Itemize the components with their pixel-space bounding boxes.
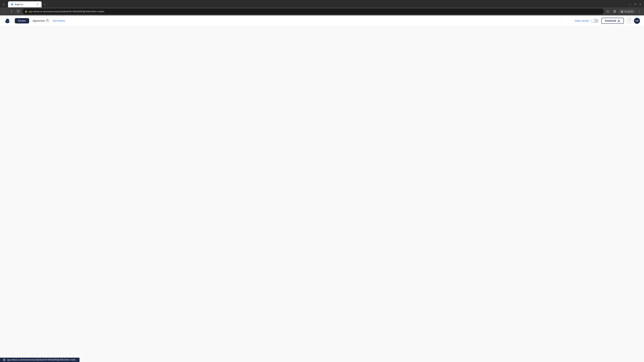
help-button[interactable]: ? [626, 18, 632, 24]
window-controls: — ❐ ✕ [627, 2, 643, 7]
lock-icon: 🔒 [25, 10, 27, 12]
url-text: app.robinai.co.uk/review/contract/Q29udH… [29, 10, 601, 13]
address-bar: 🔒 app.robinai.co.uk/review/contract/Q29u… [0, 7, 644, 15]
svg-point-12 [9, 19, 9, 19]
copy-icon[interactable] [46, 19, 49, 22]
app-header: Review Agreement See History Clean Versi… [0, 15, 644, 26]
svg-rect-1 [615, 10, 616, 11]
tab-bar: Robin AI ✕ + — ❐ ✕ [0, 0, 644, 7]
new-tab-button[interactable]: + [42, 2, 47, 7]
back-button[interactable] [2, 9, 8, 14]
toggle-thumb [592, 19, 595, 22]
toolbar-right: Incognito [605, 9, 642, 14]
svg-rect-0 [614, 10, 614, 11]
refresh-button[interactable] [16, 9, 21, 14]
status-url: app.robinai.co.uk/review/contract/Q29udH… [7, 359, 77, 361]
clean-version-toggle[interactable] [591, 19, 598, 23]
svg-point-10 [8, 19, 10, 20]
status-icon [3, 358, 6, 361]
main-content [0, 26, 644, 362]
avatar-button[interactable]: LD [634, 18, 640, 24]
clean-version-group: Clean Version [574, 19, 598, 23]
avatar-initials: LD [636, 19, 638, 22]
incognito-badge: Incognito [619, 9, 635, 13]
browser-chrome: Robin AI ✕ + — ❐ ✕ 🔒 [0, 0, 644, 15]
download-icon [618, 19, 620, 22]
minimize-button[interactable]: — [627, 2, 632, 7]
svg-point-5 [639, 10, 640, 11]
maximize-button[interactable]: ❐ [632, 2, 637, 7]
svg-rect-2 [614, 11, 614, 12]
app-container: Review Agreement See History Clean Versi… [0, 15, 644, 362]
incognito-label: Incognito [624, 10, 633, 13]
clean-version-label: Clean Version [574, 19, 589, 22]
review-button[interactable]: Review [15, 18, 29, 23]
tab-favicon [11, 3, 14, 6]
forward-button[interactable] [9, 9, 14, 14]
document-name-text: Agreement [32, 19, 45, 22]
logo [4, 17, 11, 24]
robin-logo [4, 17, 11, 24]
tab-title: Robin AI [15, 3, 34, 6]
bookmark-button[interactable] [605, 9, 611, 14]
svg-point-6 [639, 11, 640, 12]
tab-close-button[interactable]: ✕ [36, 3, 39, 6]
help-icon: ? [629, 19, 630, 22]
svg-point-7 [639, 12, 640, 12]
status-bar: app.robinai.co.uk/review/contract/Q29udH… [0, 358, 80, 362]
active-tab[interactable]: Robin AI ✕ [8, 1, 42, 7]
menu-button[interactable] [636, 9, 642, 14]
url-bar[interactable]: 🔒 app.robinai.co.uk/review/contract/Q29u… [22, 8, 604, 14]
svg-rect-13 [47, 20, 48, 21]
svg-rect-3 [615, 11, 616, 12]
close-button[interactable]: ✕ [638, 2, 643, 7]
tab-list-button[interactable] [1, 2, 6, 7]
download-label: Download [605, 19, 616, 22]
document-name: Agreement [32, 19, 49, 22]
see-history-button[interactable]: See History [52, 19, 66, 23]
download-button[interactable]: Download [601, 18, 624, 24]
extensions-button[interactable] [612, 9, 617, 14]
tab-left-controls [1, 2, 6, 7]
